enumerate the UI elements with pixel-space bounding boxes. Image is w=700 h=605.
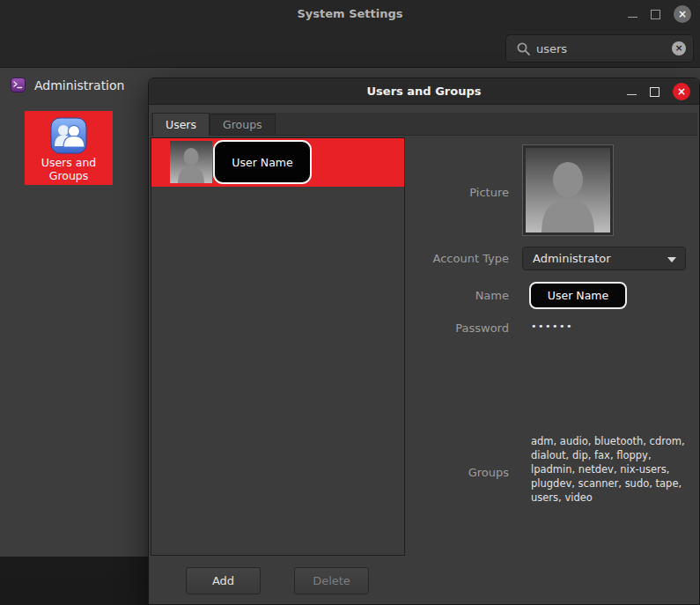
- picture-button[interactable]: [522, 144, 614, 236]
- password-button[interactable]: ••••••: [531, 318, 573, 336]
- window-controls: ×: [628, 0, 691, 28]
- maximize-icon[interactable]: [651, 10, 660, 19]
- search-field[interactable]: ×: [505, 34, 694, 63]
- user-list[interactable]: User Name: [151, 137, 405, 556]
- minimize-icon[interactable]: [628, 17, 637, 18]
- tab-groups[interactable]: Groups: [210, 114, 276, 135]
- delete-button[interactable]: Delete: [294, 567, 369, 594]
- dialog-close-icon[interactable]: ×: [673, 83, 690, 100]
- dialog-titlebar[interactable]: Users and Groups ×: [149, 78, 699, 105]
- search-input[interactable]: [536, 42, 672, 55]
- administration-icon: [11, 77, 26, 92]
- tab-users[interactable]: Users: [152, 113, 210, 136]
- user-row-name-button[interactable]: User Name: [213, 140, 312, 184]
- add-button[interactable]: Add: [186, 567, 261, 594]
- close-icon[interactable]: ×: [674, 5, 691, 23]
- clear-search-icon[interactable]: ×: [672, 41, 686, 55]
- name-button[interactable]: User Name: [529, 282, 627, 309]
- account-type-value: Administrator: [533, 252, 611, 265]
- user-row-avatar[interactable]: [170, 141, 212, 183]
- tile-label: Users and Groups: [41, 156, 97, 182]
- name-label: Name: [421, 289, 509, 302]
- search-icon: [516, 41, 531, 56]
- picture-label: Picture: [421, 186, 509, 199]
- category-header: Administration: [11, 77, 124, 92]
- users-and-groups-dialog: Users and Groups × Users Groups: [148, 77, 700, 605]
- system-settings-titlebar[interactable]: System Settings ×: [0, 0, 700, 28]
- window-title: System Settings: [0, 0, 700, 28]
- chevron-down-icon: [667, 257, 676, 262]
- password-label: Password: [421, 321, 509, 335]
- dialog-window-controls: ×: [627, 78, 690, 105]
- account-type-label: Account Type: [421, 252, 509, 265]
- account-type-dropdown[interactable]: Administrator: [522, 247, 686, 270]
- sidebar-item-users-and-groups[interactable]: Users and Groups: [25, 111, 113, 185]
- dialog-title: Users and Groups: [149, 78, 699, 105]
- dialog-maximize-icon[interactable]: [650, 87, 659, 97]
- groups-label: Groups: [421, 466, 509, 479]
- system-settings-header: System Settings × ×: [0, 0, 700, 68]
- category-label: Administration: [34, 78, 124, 92]
- users-groups-icon: [50, 117, 87, 154]
- tab-bar: Users Groups: [151, 113, 697, 136]
- dialog-minimize-icon[interactable]: [627, 94, 637, 95]
- groups-value: adm, audio, bluetooth, cdrom, dialout, d…: [531, 434, 685, 505]
- user-row[interactable]: User Name: [151, 138, 404, 187]
